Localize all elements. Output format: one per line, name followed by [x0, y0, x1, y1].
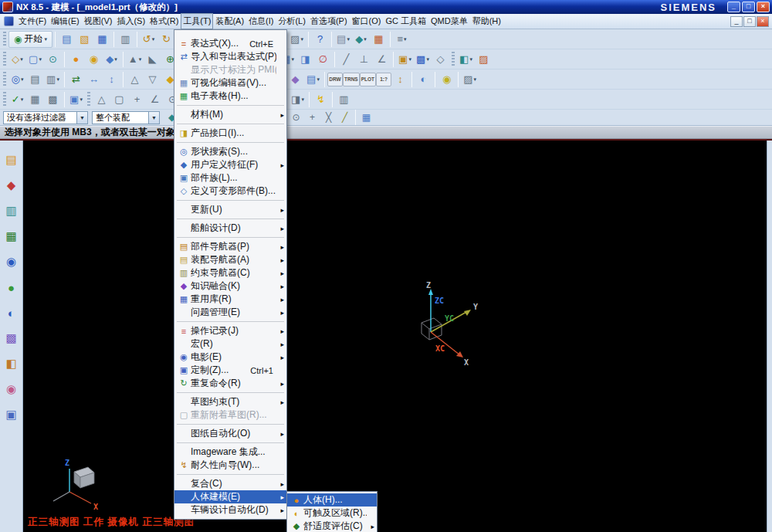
menu-item-assembly-navigator[interactable]: ▤装配导航器(A)▸	[174, 253, 286, 266]
datum-axis-icon[interactable]: ╱	[337, 51, 355, 68]
menu-item-spreadsheet[interactable]: ▦电子表格(H)...	[174, 90, 286, 103]
finish-flag-icon[interactable]: ✓▾	[8, 91, 26, 108]
rectangle-icon[interactable]: ▢	[110, 91, 128, 108]
grid-icon[interactable]: ▦	[26, 91, 44, 108]
toolbar-grip[interactable]	[3, 52, 6, 66]
menu-item-user-defined-feature[interactable]: ◆用户定义特征(F)▸	[174, 158, 286, 171]
snap-diag-icon[interactable]: ╱	[337, 110, 353, 125]
scale-chip[interactable]: 1:?	[376, 73, 391, 86]
datum-plane-icon[interactable]: ◇▾	[8, 51, 26, 68]
point-icon[interactable]: ∠	[373, 51, 391, 68]
menu-item-expressions[interactable]: =表达式(X)...Ctrl+E	[174, 37, 286, 50]
menubar-item-4[interactable]: 插入(S)	[114, 13, 147, 29]
close-button[interactable]: ×	[757, 2, 770, 12]
module-icon[interactable]: ▩▾	[414, 51, 432, 68]
system-scenes-icon[interactable]: ▣	[3, 406, 20, 423]
menubar-item-2[interactable]: 编辑(E)	[49, 13, 82, 29]
perspective-icon[interactable]: ↕	[103, 71, 120, 88]
menu-item-product-interface[interactable]: ◨产品接口(I)...	[174, 127, 286, 140]
menubar-item-10[interactable]: 首选项(P)	[308, 13, 350, 29]
wcs-orient-icon[interactable]: ◆	[286, 71, 304, 88]
rotate-view-icon[interactable]: ↔	[85, 71, 103, 88]
surface-icon[interactable]: ◧▾	[457, 51, 475, 68]
undo-icon[interactable]: ↺▾	[140, 31, 157, 48]
menubar-item-7[interactable]: 装配(A)	[213, 13, 246, 29]
menu-item-shape-search[interactable]: ◎形状搜索(S)...	[174, 145, 286, 158]
gallery-icon[interactable]: ▨▾	[288, 31, 306, 48]
menubar-item-6[interactable]: 工具(T)	[181, 13, 213, 29]
profile-icon[interactable]: ▣▾	[67, 91, 85, 108]
history-icon[interactable]: ◐	[3, 304, 20, 321]
menubar-item-9[interactable]: 分析(L)	[276, 13, 307, 29]
extrude-icon[interactable]: ▲▾	[126, 51, 144, 68]
visualization-icon[interactable]: ◉	[438, 71, 455, 88]
menu-item-human-body[interactable]: ●人体(H)...	[287, 493, 377, 507]
zoom-icon[interactable]: ▥▾	[44, 71, 62, 88]
selection-filter-combo[interactable]: 没有选择过滤器 ▼	[3, 111, 88, 124]
menubar-item-5[interactable]: 格式(R)	[147, 13, 181, 29]
menu-item-movie[interactable]: ◉电影(E)▸	[174, 351, 286, 364]
save-icon[interactable]: ▦	[93, 31, 111, 48]
selection-scope-combo[interactable]: 整个装配 ▼	[92, 111, 160, 124]
plot-chip[interactable]: PLOT	[360, 73, 376, 86]
menu-item-repeat-command[interactable]: ↻重复命令(R)▸	[174, 377, 286, 390]
menubar-item-8[interactable]: 信息(I)	[246, 13, 276, 29]
menu-item-material[interactable]: 材料(M)▸	[174, 108, 286, 121]
sphere-icon[interactable]: ●	[67, 51, 85, 68]
start-button[interactable]: ◉开始▾	[8, 31, 52, 48]
sketch-icon[interactable]: ▢▾	[26, 51, 44, 68]
chevron-down-icon[interactable]: ▼	[76, 112, 87, 124]
journal-icon[interactable]: ↯	[312, 91, 330, 108]
toolbar-grip[interactable]	[87, 92, 90, 107]
menubar-item-3[interactable]: 视图(V)	[82, 13, 115, 29]
menu-item-sketch-constraints[interactable]: 草图约束(T)▸	[174, 395, 286, 408]
menu-item-reuse-library[interactable]: ▦重用库(R)▸	[174, 293, 286, 306]
menubar-item-12[interactable]: GC 工具箱	[383, 13, 428, 29]
fit-view-icon[interactable]: ▤	[26, 71, 44, 88]
new-part-icon[interactable]: ▤	[58, 31, 76, 48]
menu-item-comfort-assessment[interactable]: ◆舒适度评估(C)▸	[287, 520, 377, 532]
menu-item-part-navigator[interactable]: ▤部件导航器(P)▸	[174, 240, 286, 253]
process-studio-icon[interactable]: ▩	[3, 330, 20, 347]
constraint-navigator-icon[interactable]: ◆	[3, 177, 20, 194]
menu-item-drawing-automation[interactable]: 图纸自动化(O)▸	[174, 427, 286, 440]
orient-view-icon[interactable]: ◎▾	[8, 71, 26, 88]
chevron-down-icon[interactable]: ▼	[148, 112, 159, 124]
grid-snap-icon[interactable]: ▦	[358, 110, 374, 125]
more-views-icon[interactable]: ▨▾	[461, 71, 479, 88]
freeform-icon[interactable]: ◇	[432, 51, 449, 68]
menu-item-ship-design[interactable]: 船舶设计(D)▸	[174, 222, 286, 235]
analysis-icon[interactable]: ▨	[475, 51, 493, 68]
menu-item-reach-zone[interactable]: ◐可触及区域(R)...	[287, 507, 377, 520]
shaded-icon[interactable]: ▽	[144, 71, 161, 88]
menu-item-imageware-integration[interactable]: Imageware 集成...	[174, 446, 286, 459]
toolbar-options-icon[interactable]: ≡▾	[393, 31, 411, 48]
snap-cross-icon[interactable]: ╳	[320, 110, 337, 125]
document-icon[interactable]	[4, 16, 14, 26]
print-icon[interactable]: ▥	[117, 31, 134, 48]
menu-item-vehicle-design-automation[interactable]: 车辆设计自动化(D)▸	[174, 503, 286, 517]
menu-item-constraint-navigator[interactable]: ▥约束导航器(C)▸	[174, 266, 286, 280]
display-mode-icon[interactable]: ◆▾	[352, 31, 370, 48]
menu-item-macro[interactable]: 宏(R)▸	[174, 337, 286, 351]
wcs-triad[interactable]: Z ZC Y YC XC X	[386, 280, 486, 368]
block-icon[interactable]: ◆▾	[103, 51, 120, 68]
redo-icon[interactable]: ↻	[157, 31, 175, 48]
object-display-icon[interactable]: ▤▾	[304, 71, 322, 88]
menu-item-update[interactable]: 更新(U)▸	[174, 203, 286, 216]
drawing-chip[interactable]: DRW	[327, 73, 343, 86]
assembly-navigator-icon[interactable]: ▤	[3, 151, 20, 168]
part-navigator-icon[interactable]: ▥	[3, 202, 20, 219]
menu-item-deformable-part[interactable]: ◇定义可变形部件(B)...	[174, 185, 286, 198]
menu-item-customize[interactable]: ▣定制(Z)...Ctrl+1	[174, 364, 286, 377]
manufacturing-wizard-icon[interactable]: ◧	[3, 355, 20, 372]
roles-icon[interactable]: ◉	[3, 381, 20, 398]
trim-body-icon[interactable]: ∅	[314, 51, 332, 68]
menu-item-knowledge-fusion[interactable]: ◆知识融合(K)▸	[174, 280, 286, 293]
wireframe-icon[interactable]: △	[126, 71, 144, 88]
help-icon[interactable]: ?	[311, 31, 329, 48]
web-browser-icon[interactable]: ●	[3, 279, 20, 296]
translator-chip[interactable]: TRNS	[343, 73, 360, 86]
menu-item-issue-management[interactable]: 问题管理(E)▸	[174, 306, 286, 319]
material-display-icon[interactable]: ◐	[415, 71, 432, 88]
